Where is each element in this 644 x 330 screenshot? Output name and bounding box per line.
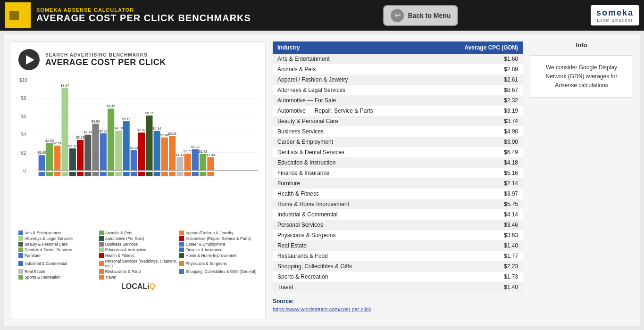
- legend-color: [179, 236, 184, 241]
- chart-legend: Arts & EntertainmentAnimals & PetsAppare…: [18, 231, 258, 280]
- legend-color: [18, 248, 23, 252]
- source-url[interactable]: https://www.wordstream.com/cost-per-clic…: [273, 306, 371, 312]
- info-box: We consider Google Display Network (GDN)…: [530, 56, 633, 98]
- industry-cell: Dentists & Dental Services: [273, 147, 429, 157]
- svg-text:$1.60: $1.60: [38, 150, 46, 155]
- legend-label: Beauty & Personal Care: [25, 242, 67, 247]
- cpc-cell: $1.77: [429, 251, 523, 261]
- svg-text:$3.90: $3.90: [99, 129, 108, 133]
- info-panel: Info We consider Google Display Network …: [530, 41, 633, 319]
- svg-rect-56: [200, 154, 206, 171]
- legend-label: Home & Home Improvement: [185, 253, 236, 258]
- cpc-table: Industry Average CPC (GDN) Arts & Entert…: [273, 41, 523, 292]
- main-content: SEARCH ADVERTISING BENCHMARKS AVERAGE CO…: [4, 34, 640, 326]
- chart-subtitle: SEARCH ADVERTISING BENCHMARKS: [45, 52, 166, 58]
- legend-item: Physicians & Surgeons: [179, 259, 258, 268]
- cpc-cell: $3.63: [429, 230, 523, 240]
- legend-item: Attorneys & Legal Services: [18, 236, 97, 241]
- legend-label: Automotive (For Sale): [105, 236, 144, 241]
- legend-color: [99, 269, 104, 274]
- cpc-cell: $4.14: [429, 209, 523, 220]
- svg-text:$5.75: $5.75: [145, 111, 153, 115]
- industry-cell: Sports & Recreation: [273, 272, 429, 282]
- header-left: SOMEKA ADSENSE CALCULATOR AVERAGE COST P…: [5, 2, 251, 28]
- someka-brand-text: someka: [596, 8, 634, 18]
- legend-item: Automotive (For Sale): [99, 236, 178, 241]
- legend-color: [179, 248, 184, 252]
- legend-item: Sports & Recreation: [18, 275, 97, 280]
- svg-text:$5.16: $5.16: [122, 117, 131, 121]
- svg-rect-52: [184, 154, 191, 171]
- legend-color: [179, 261, 184, 266]
- table-row: Apparel / Fashion & Jewelry$2.61: [273, 74, 523, 85]
- source-label: Source:: [273, 298, 523, 305]
- svg-rect-36: [123, 121, 129, 171]
- legend-item: Real Estate: [18, 269, 97, 274]
- svg-rect-26: [84, 135, 91, 171]
- legend-label: Arts & Entertainment: [25, 231, 61, 235]
- legend-label: Attorneys & Legal Services: [25, 236, 73, 241]
- svg-rect-64: [61, 172, 68, 176]
- svg-text:$3.97: $3.97: [137, 128, 146, 132]
- svg-text:$3.74: $3.74: [84, 130, 92, 134]
- industry-cell: Shopping, Collectibles & Gifts: [273, 261, 429, 272]
- legend-color: [99, 253, 104, 258]
- svg-rect-82: [200, 172, 206, 176]
- svg-text:$10: $10: [19, 78, 27, 83]
- svg-rect-62: [46, 172, 53, 176]
- industry-cell: Beauty & Personal Care: [273, 116, 429, 126]
- svg-rect-20: [61, 88, 68, 171]
- legend-item: Business Services: [99, 242, 178, 247]
- svg-rect-32: [108, 108, 114, 170]
- svg-rect-76: [154, 172, 160, 176]
- legend-item: Travel: [99, 275, 178, 280]
- table-row: Attorneys & Legal Services$8.67: [273, 85, 523, 95]
- legend-item: Arts & Entertainment: [18, 231, 97, 235]
- table-row: Sports & Recreation$1.73: [273, 272, 523, 282]
- legend-label: Automotive (Repair, Service & Parts): [185, 236, 251, 241]
- svg-rect-40: [138, 132, 145, 170]
- legend-item: Personal Services (Weddings, Cleaners, e…: [99, 259, 178, 268]
- cpc-cell: $2.61: [429, 74, 523, 85]
- industry-cell: Automotive — For Sale: [273, 95, 429, 106]
- svg-rect-34: [115, 131, 122, 171]
- cpc-cell: $8.67: [429, 85, 523, 95]
- svg-rect-14: [39, 155, 45, 170]
- industry-cell: Business Services: [273, 126, 429, 137]
- industry-cell: Personal Services: [273, 220, 429, 230]
- svg-text:$8: $8: [21, 96, 26, 101]
- back-to-menu-button[interactable]: ↩ Back to Menu: [383, 5, 458, 26]
- table-row: Industrial & Commercial$4.14: [273, 209, 523, 220]
- table-row: Personal Services$3.46: [273, 220, 523, 230]
- table-row: Beauty & Personal Care$3.74: [273, 116, 523, 126]
- legend-color: [18, 242, 23, 247]
- legend-label: Dentists & Dental Services: [25, 248, 72, 252]
- legend-item: Apparel/Fashion & Jewelry: [179, 231, 258, 235]
- svg-rect-69: [100, 172, 107, 176]
- svg-rect-58: [207, 157, 214, 170]
- play-button[interactable]: [18, 49, 40, 70]
- header: SOMEKA ADSENSE CALCULATOR AVERAGE COST P…: [0, 0, 644, 31]
- svg-rect-71: [115, 172, 122, 176]
- svg-text:$1.77: $1.77: [184, 149, 192, 153]
- svg-rect-75: [146, 172, 152, 176]
- table-row: Restaurants & Food$1.77: [273, 251, 523, 261]
- table-row: Business Services$4.90: [273, 126, 523, 137]
- legend-label: Shopping, Collectibles & Gifts (General): [185, 269, 256, 274]
- svg-text:$4.18: $4.18: [114, 126, 123, 130]
- svg-text:$4.14: $4.14: [153, 126, 161, 131]
- table-row: Health & Fitness$3.97: [273, 189, 523, 199]
- svg-marker-1: [9, 11, 19, 20]
- svg-rect-74: [138, 172, 145, 176]
- localiq-logo: LOCALiQ: [18, 282, 258, 291]
- legend-item: Shopping, Collectibles & Gifts (General): [179, 269, 258, 274]
- chart-panel: SEARCH ADVERTISING BENCHMARKS AVERAGE CO…: [11, 41, 266, 319]
- legend-label: Career & Employment: [185, 242, 225, 247]
- svg-text:$3.46: $3.46: [160, 133, 169, 137]
- svg-rect-42: [146, 116, 152, 171]
- table-row: Travel$1.40: [273, 282, 523, 292]
- svg-rect-16: [46, 143, 53, 171]
- cpc-cell: $1.40: [429, 282, 523, 292]
- cpc-cell: $3.46: [429, 220, 523, 230]
- cpc-cell: $3.97: [429, 189, 523, 199]
